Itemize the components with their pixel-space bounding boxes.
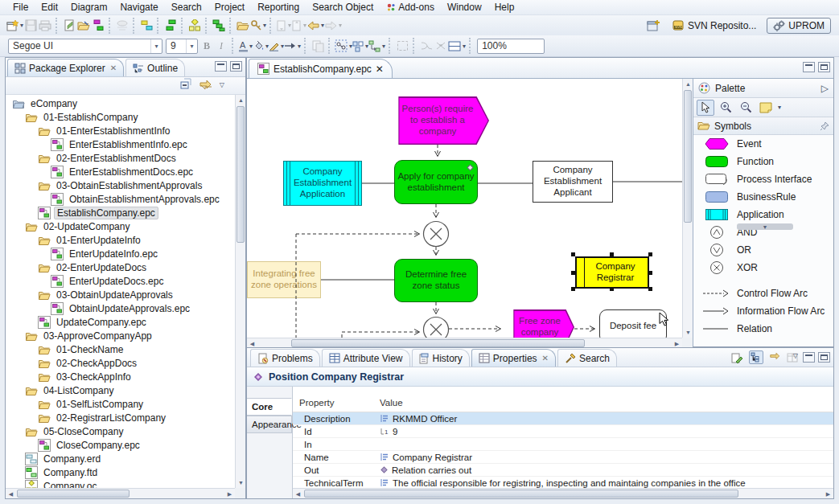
open-model-button[interactable] bbox=[76, 18, 91, 34]
validate-model-button[interactable] bbox=[62, 18, 76, 34]
selection-handle[interactable] bbox=[571, 287, 575, 291]
view-menu-icon[interactable]: ▽ bbox=[220, 78, 224, 91]
back-button[interactable]: ▾ bbox=[306, 18, 324, 34]
tree-item-03-obtainupdateapprovals[interactable]: 03-ObtainUpdateApprovals bbox=[6, 288, 235, 301]
tree-item-company-ftd[interactable]: Company.ftd bbox=[6, 465, 235, 479]
selection-handle[interactable] bbox=[571, 252, 575, 256]
tab-outline[interactable]: Outline bbox=[125, 59, 185, 76]
palette-item-control-flow-arc[interactable]: Control Flow Arc bbox=[693, 285, 833, 302]
table-view-button[interactable]: ▾ bbox=[448, 38, 466, 54]
property-row-description[interactable]: DescriptionRKMMD Officer bbox=[293, 412, 833, 425]
tree-item-obtainupdateapprovals-epc[interactable]: ObtainUpdateApprovals.epc bbox=[6, 301, 235, 315]
forward-button[interactable]: ▾ bbox=[324, 18, 342, 34]
tree-item-company-erd[interactable]: Company.erd bbox=[6, 452, 235, 465]
split-connector-button[interactable] bbox=[434, 38, 448, 54]
symbols-drawer-header[interactable]: Symbols bbox=[693, 117, 833, 135]
last-edit-location-button[interactable]: ▾ bbox=[276, 18, 291, 34]
next-edit-location-button[interactable]: ▾ bbox=[291, 18, 306, 34]
new-function-tree-button[interactable] bbox=[163, 18, 178, 34]
merge-connector-button[interactable] bbox=[419, 38, 434, 54]
close-package-explorer-icon[interactable]: ✕ bbox=[110, 64, 117, 72]
table-view-dropdown[interactable]: ▾ bbox=[463, 43, 466, 50]
position-node-registrar[interactable]: Company Registrar bbox=[575, 256, 649, 289]
minimize-editor-icon[interactable] bbox=[803, 62, 815, 72]
selection-handle[interactable] bbox=[648, 271, 652, 275]
pin-editor-icon[interactable] bbox=[731, 352, 743, 363]
fill-color-button[interactable]: ▾ bbox=[253, 38, 269, 54]
note-node-freezone[interactable]: Integrating free zone operations bbox=[247, 261, 321, 298]
selection-handle[interactable] bbox=[648, 287, 652, 291]
menu-search[interactable]: Search bbox=[165, 0, 208, 14]
font-color-button[interactable]: A▾ bbox=[238, 38, 253, 54]
event-node-person-require[interactable]: Person(s) require to establish a company bbox=[386, 96, 489, 145]
layout-dropdown[interactable]: ▾ bbox=[382, 43, 385, 50]
layout-button[interactable]: ▾ bbox=[368, 38, 385, 54]
menu-project[interactable]: Project bbox=[208, 0, 251, 14]
palette-item-or[interactable]: OR bbox=[693, 241, 833, 259]
tree-item-03-obtainestablishmentapprovals[interactable]: 03-ObtainEstablishmentApprovals bbox=[6, 178, 235, 192]
selection-handle[interactable] bbox=[571, 271, 575, 275]
function-node-apply[interactable]: Apply for company establishment bbox=[394, 160, 478, 204]
minimize-package-explorer-icon[interactable] bbox=[215, 61, 227, 72]
process-interface-node-deposit[interactable]: Deposit fee bbox=[599, 309, 667, 338]
menu-file[interactable]: File bbox=[6, 0, 35, 14]
tree-item-obtainestablishmentapprovals-epc[interactable]: ObtainEstablishmentApprovals.epc bbox=[6, 192, 235, 206]
menu-navigate[interactable]: Navigate bbox=[113, 0, 164, 14]
tree-item-02-enterestablishmentdocs[interactable]: 02-EnterEstablishmentDocs bbox=[6, 151, 235, 165]
tree-item-company-oc[interactable]: Company.oc bbox=[6, 479, 235, 488]
tree-item-03-checkappinfo[interactable]: 03-CheckAppInfo bbox=[6, 370, 235, 383]
save-button[interactable] bbox=[23, 18, 38, 34]
zoom-combo[interactable]: 100% bbox=[477, 39, 545, 54]
copy-appearance-button[interactable] bbox=[311, 38, 325, 54]
tree-item-ecompany[interactable]: eCompany bbox=[6, 96, 235, 110]
tree-item-03-approvecompanyapp[interactable]: 03-ApproveCompanyApp bbox=[6, 329, 235, 342]
side-tab-appearance[interactable]: Appearance bbox=[247, 416, 292, 433]
maximize-editor-icon[interactable] bbox=[818, 62, 830, 72]
tree-item-02-registrarlistcompany[interactable]: 02-RegistrarListCompany bbox=[6, 411, 235, 424]
diagram-canvas[interactable]: Person(s) require to establish a company… bbox=[247, 79, 682, 338]
select-related-button[interactable]: ▾ bbox=[335, 38, 352, 54]
line-style-dropdown[interactable]: ▾ bbox=[298, 43, 301, 50]
format-painter-dropdown[interactable]: ▾ bbox=[263, 22, 266, 29]
selection-handle[interactable] bbox=[610, 287, 614, 291]
line-style-button[interactable]: ▾ bbox=[284, 38, 301, 54]
props-view-menu-icon[interactable]: ▽ bbox=[793, 352, 798, 363]
palette-item-information-flow-arc[interactable]: Information Flow Arc bbox=[693, 302, 833, 320]
tree-item-01-checkname[interactable]: 01-CheckName bbox=[6, 342, 235, 356]
tree-item-02-updatecompany[interactable]: 02-UpdateCompany bbox=[6, 219, 235, 233]
tree-item-01-enterestablishmentinfo[interactable]: 01-EnterEstablishmentInfo bbox=[6, 124, 235, 137]
tab-establishcompany-epc[interactable]: EstablishCompany.epc ✕ bbox=[249, 59, 393, 78]
tab-history[interactable]: History bbox=[412, 349, 470, 367]
tree-item-enterestablishmentdocs-epc[interactable]: EnterEstablishmentDocs.epc bbox=[6, 165, 235, 178]
svn-perspective-button[interactable]: SVN SVN Reposito... bbox=[666, 18, 762, 33]
tree-item-02-enterupdatedocs[interactable]: 02-EnterUpdateDocs bbox=[6, 260, 235, 274]
property-row-technicalterm[interactable]: TechnicalTermThe official responsible fo… bbox=[293, 477, 833, 488]
selection-handle[interactable] bbox=[648, 252, 652, 256]
new-org-chart-button[interactable] bbox=[187, 18, 202, 34]
tab-search[interactable]: Search bbox=[557, 349, 617, 367]
close-editor-tab-icon[interactable]: ✕ bbox=[376, 64, 384, 75]
close-tab-icon[interactable]: ✕ bbox=[542, 354, 549, 363]
palette-item-application[interactable]: Application bbox=[693, 206, 833, 223]
minimize-properties-icon[interactable] bbox=[803, 352, 815, 363]
tree-item-02-checkappdocs[interactable]: 02-CheckAppDocs bbox=[6, 356, 235, 370]
sync-icon[interactable] bbox=[769, 352, 781, 363]
marquee-tool-button[interactable] bbox=[395, 38, 409, 54]
palette-item-function[interactable]: Function bbox=[693, 153, 833, 170]
pin-drawer-icon[interactable] bbox=[820, 121, 829, 131]
line-color-button[interactable]: ▾ bbox=[269, 38, 284, 54]
zoom-in-tool[interactable] bbox=[717, 100, 734, 116]
link-with-editor-icon[interactable] bbox=[199, 78, 213, 91]
menu-help[interactable]: Help bbox=[488, 0, 521, 14]
palette-collapse-icon[interactable]: ▷ bbox=[821, 83, 829, 94]
palette-item-process-interface[interactable]: Process Interface bbox=[693, 170, 833, 188]
tree-item-enterestablishmentinfo-epc[interactable]: EnterEstablishmentInfo.epc bbox=[6, 137, 235, 151]
tab-problems[interactable]: Problems bbox=[250, 349, 320, 367]
tree-horizontal-scrollbar[interactable]: ◀ ▶ bbox=[6, 488, 235, 498]
new-ftd-diagram-button[interactable] bbox=[139, 18, 154, 34]
event-node-freezone-company[interactable]: Free zone company bbox=[505, 309, 574, 338]
new-value-chain-button[interactable] bbox=[212, 18, 226, 34]
tab-package-explorer[interactable]: Package Explorer ✕ bbox=[7, 59, 124, 76]
uprom-perspective-button[interactable]: UPROM bbox=[767, 18, 831, 34]
format-painter-button[interactable]: ▾ bbox=[250, 18, 266, 34]
